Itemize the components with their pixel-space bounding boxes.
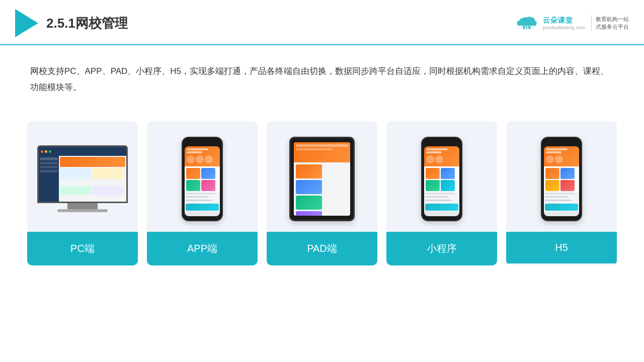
phone-mockup-app <box>182 137 223 221</box>
header-left: 2.5.1网校管理 <box>15 9 128 37</box>
pc-screen <box>37 145 128 203</box>
card-label-pad: PAD端 <box>267 232 377 265</box>
card-label-pc: PC端 <box>27 232 138 265</box>
card-pc: PC端 <box>27 121 138 265</box>
description-text: 网校支持PC、APP、PAD、小程序、H5，实现多端打通，产品各终端自由切换，数… <box>0 45 644 106</box>
cloud-icon <box>515 14 539 32</box>
card-pad: PAD端 <box>267 121 377 265</box>
card-image-h5 <box>506 121 617 232</box>
card-label-miniapp: 小程序 <box>386 232 497 265</box>
brand-slogan: 教育机构一站 式服务云平台 <box>591 16 629 31</box>
phone-mockup-h5 <box>541 137 582 221</box>
card-image-pad <box>267 121 377 232</box>
brand-logo: 云朵课堂 yunduoketang.com 教育机构一站 式服务云平台 <box>515 14 629 32</box>
brand-domain: yunduoketang.com <box>543 25 585 30</box>
card-miniapp: 小程序 <box>386 121 497 265</box>
tablet-mockup <box>289 137 355 221</box>
cards-container: PC端 <box>0 111 644 276</box>
page-title: 2.5.1网校管理 <box>46 15 128 32</box>
description-paragraph: 网校支持PC、APP、PAD、小程序、H5，实现多端打通，产品各终端自由切换，数… <box>30 63 614 96</box>
brand-text-block: 云朵课堂 yunduoketang.com <box>543 16 585 30</box>
card-image-app <box>147 121 258 232</box>
pc-mockup <box>37 145 128 212</box>
card-app: APP端 <box>147 121 258 265</box>
phone-mockup-miniapp <box>421 137 462 221</box>
card-h5: H5 <box>506 121 617 265</box>
card-image-miniapp <box>386 121 497 232</box>
brand-name: 云朵课堂 <box>543 16 573 25</box>
logo-triangle-icon <box>15 9 38 37</box>
card-label-h5: H5 <box>506 232 617 263</box>
card-image-pc <box>27 121 138 232</box>
card-label-app: APP端 <box>147 232 258 265</box>
header: 2.5.1网校管理 云朵课堂 yunduoketang.com 教育机构一站 式… <box>0 0 644 45</box>
